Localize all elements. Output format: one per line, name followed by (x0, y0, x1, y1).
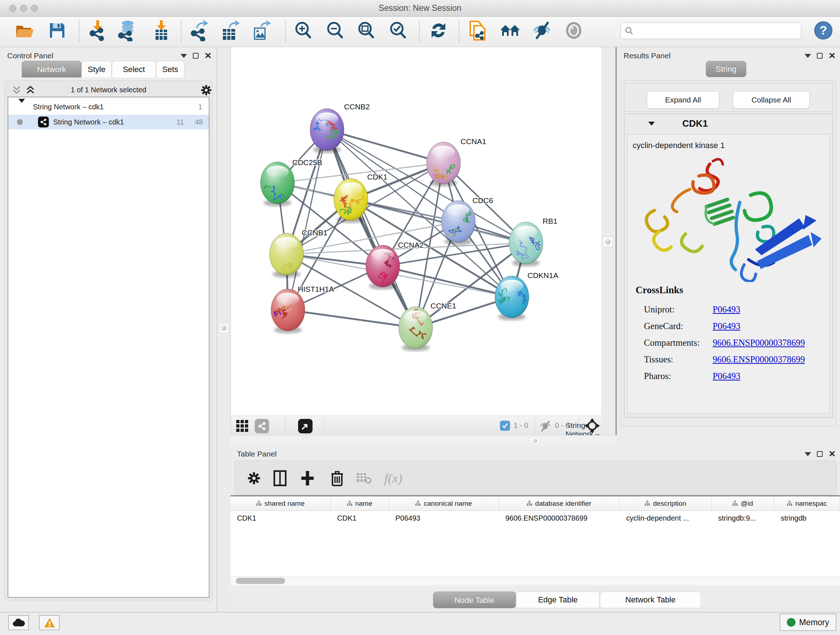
network-tree-root-row[interactable]: String Network – cdk1 1 (8, 100, 209, 114)
tab-string[interactable]: String (706, 61, 746, 77)
network-view-canvas[interactable]: CCNB2CCNA1CDC25BCDK1CDC6RB1CCNB1CCNA2CDK… (231, 47, 601, 416)
network-tree-child-row[interactable]: String Network – cdk1 11 48 (8, 115, 209, 129)
table-panel: Table Panel ✕ f(x) shared namenamecanoni… (231, 446, 840, 612)
export-table-icon (220, 19, 240, 41)
table-panel-close-icon[interactable]: ✕ (829, 451, 836, 457)
results-panel-collapse-icon[interactable] (805, 54, 811, 58)
delete-column-button[interactable] (328, 468, 346, 488)
column-header-database-identifier[interactable]: database identifier (499, 496, 620, 510)
grid-view-icon[interactable] (236, 420, 249, 432)
gene-card-header[interactable]: CDK1 (624, 114, 833, 133)
column-header-shared-name[interactable]: shared name (231, 496, 331, 510)
crosslink-link[interactable]: P06493 (713, 371, 740, 381)
refresh-button[interactable] (428, 19, 449, 42)
results-panel-close-icon[interactable]: ✕ (829, 53, 836, 59)
left-splitter[interactable] (218, 47, 231, 612)
cell-database-identifier[interactable]: 9606.ENSP00000378699 (499, 511, 620, 525)
show-graphics-button[interactable] (563, 19, 584, 42)
scrollbar-thumb[interactable] (236, 578, 285, 584)
control-panel-collapse-icon[interactable] (180, 54, 187, 58)
memory-button[interactable]: Memory (780, 614, 836, 631)
table-horizontal-scrollbar[interactable] (231, 576, 840, 585)
delete-table-button[interactable] (355, 468, 373, 488)
network-options-gear-icon[interactable] (200, 84, 212, 96)
network-node-cdkn1a[interactable]: CDKN1A (495, 271, 558, 320)
open-session-button[interactable] (14, 19, 35, 42)
tab-network[interactable]: Network (22, 61, 81, 78)
network-node-hist1h1a[interactable]: HIST1H1A (271, 285, 334, 333)
help-button[interactable]: ? (813, 19, 834, 42)
expand-all-button[interactable]: Expand All (647, 91, 719, 109)
warning-status-button[interactable] (39, 615, 60, 630)
show-columns-button[interactable] (271, 468, 289, 488)
hide-unhide-button[interactable] (531, 19, 553, 42)
zoom-out-button[interactable] (324, 19, 346, 42)
results-panel-float-icon[interactable] (817, 53, 823, 59)
move-crosshair-icon[interactable] (584, 418, 600, 433)
cell-description[interactable]: cyclin-dependent ... (620, 511, 712, 525)
left-splitter-handle[interactable] (219, 323, 229, 333)
network-node-ccna2[interactable]: CCNA2 (366, 241, 424, 290)
right-splitter-handle[interactable] (603, 237, 613, 247)
selected-checkbox-icon[interactable] (500, 421, 510, 431)
network-node-cdk1[interactable]: CDK1 (334, 173, 387, 223)
control-panel-float-icon[interactable] (193, 53, 199, 59)
table-options-button[interactable] (245, 468, 263, 488)
tab-style[interactable]: Style (81, 61, 112, 78)
results-panel-divider[interactable] (615, 47, 617, 446)
export-image-button[interactable] (250, 19, 272, 42)
gene-collapse-icon[interactable] (648, 122, 655, 126)
export-table-button[interactable] (219, 19, 241, 42)
cloud-status-button[interactable] (8, 615, 29, 630)
network-share-view-icon[interactable] (255, 419, 269, 433)
crosslink-link[interactable]: P06493 (713, 321, 740, 331)
import-network-from-database-button[interactable] (117, 19, 138, 42)
import-table-button[interactable] (150, 19, 172, 42)
network-node-ccna1[interactable]: CCNA1 (426, 137, 486, 187)
tab-select[interactable]: Select (112, 61, 156, 78)
tree-expand-icon[interactable] (19, 103, 25, 111)
crosslink-link[interactable]: 9606.ENSP00000378699 (713, 355, 805, 364)
column-header-namespac[interactable]: namespac (774, 496, 840, 510)
collapse-all-button[interactable]: Collapse All (733, 91, 810, 109)
tab-sets[interactable]: Sets (156, 61, 185, 78)
network-node-rb1[interactable]: RB1 (509, 217, 557, 266)
crosslink-link[interactable]: 9606.ENSP00000378699 (713, 338, 805, 348)
duplicate-network-button[interactable] (467, 19, 488, 42)
zoom-fit-button[interactable] (355, 19, 377, 42)
right-splitter[interactable] (601, 47, 615, 446)
export-network-button[interactable] (188, 19, 210, 42)
control-panel: Control Panel ✕ NetworkStyleSelectSets 1… (0, 47, 217, 612)
network-node-cdc25b[interactable]: CDC25B (259, 158, 322, 206)
cell-namespac[interactable]: stringdb (774, 511, 840, 525)
birds-eye-view-icon[interactable] (298, 419, 313, 433)
horizontal-splitter-handle[interactable] (530, 437, 540, 444)
column-header--id[interactable]: @id (712, 496, 774, 510)
control-panel-close-icon[interactable]: ✕ (204, 53, 212, 59)
network-node-ccnb2[interactable]: CCNB2 (310, 103, 370, 153)
column-header-canonical-name[interactable]: canonical name (389, 496, 499, 510)
column-header-name[interactable]: name (331, 496, 389, 510)
table-row[interactable]: CDK1CDK1P064939606.ENSP00000378699cyclin… (231, 511, 840, 525)
string-network-graph[interactable]: CCNB2CCNA1CDC25BCDK1CDC6RB1CCNB1CCNA2CDK… (231, 47, 602, 416)
tab-node-table[interactable]: Node Table (433, 592, 516, 608)
table-panel-float-icon[interactable] (817, 451, 823, 457)
function-builder-button[interactable]: f(x) (379, 468, 408, 488)
search-input[interactable] (634, 27, 801, 35)
cell-name[interactable]: CDK1 (331, 511, 389, 525)
network-node-cdc6[interactable]: CDC6 (441, 196, 493, 249)
crosslink-link[interactable]: P06493 (713, 304, 740, 315)
create-column-button[interactable] (298, 468, 317, 488)
cell-canonical-name[interactable]: P06493 (389, 511, 499, 525)
tab-edge-table[interactable]: Edge Table (516, 592, 600, 608)
cell--id[interactable]: stringdb:9... (712, 511, 774, 525)
column-header-description[interactable]: description (620, 496, 712, 510)
zoom-in-button[interactable] (292, 19, 314, 42)
cell-shared-name[interactable]: CDK1 (231, 511, 331, 525)
home-layout-button[interactable] (499, 19, 521, 42)
table-panel-collapse-icon[interactable] (805, 452, 811, 456)
tab-network-table[interactable]: Network Table (600, 592, 701, 608)
save-session-button[interactable] (46, 19, 68, 42)
import-network-button[interactable] (87, 19, 109, 42)
zoom-selected-button[interactable] (387, 19, 409, 42)
